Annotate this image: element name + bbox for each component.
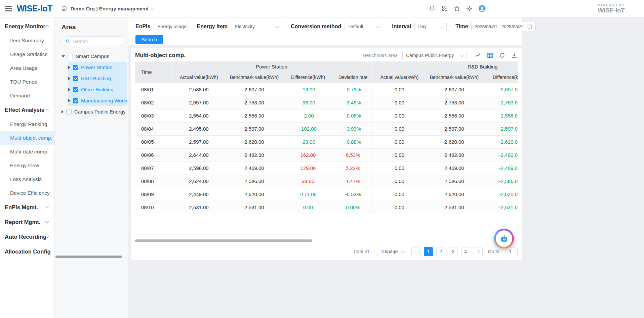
sidebar-item-label: Auto Recording xyxy=(5,234,46,240)
table-hscrollbar[interactable] xyxy=(135,239,312,242)
benchmark-area-select[interactable]: Campus Public Energy xyxy=(402,51,467,60)
page-size-select[interactable]: 10/page xyxy=(377,247,408,256)
apps-icon[interactable] xyxy=(441,5,448,12)
powered-by-text: POWERED BY xyxy=(597,3,625,7)
sidebar-item-label: Demand xyxy=(10,93,30,99)
tree-item-smart-campus[interactable]: Smart Campus xyxy=(62,51,127,62)
cell-value: 0.00 xyxy=(372,175,427,188)
tree-item-power-station[interactable]: Power Station xyxy=(68,62,127,73)
next-page-button[interactable] xyxy=(474,247,483,256)
cell-value: 2,620.00 xyxy=(427,135,482,148)
sidebar-item-label: Area Usage xyxy=(10,65,38,71)
checkbox-unchecked[interactable] xyxy=(68,54,73,59)
sidebar-item-multi-object-comp[interactable]: Multi-object comp. xyxy=(0,131,54,145)
sidebar-item-effect-analysis[interactable]: Effect Analysis xyxy=(0,102,54,117)
caret-right-icon[interactable] xyxy=(62,110,64,113)
bell-icon[interactable] xyxy=(429,5,436,12)
interval-select[interactable]: Day xyxy=(414,22,447,31)
sidebar-item-area-usage[interactable]: Area Usage xyxy=(0,61,54,75)
checkbox-unchecked[interactable] xyxy=(66,109,72,115)
view-actions xyxy=(474,52,518,59)
star-icon[interactable] xyxy=(453,5,461,12)
tree-item-r-d-building[interactable]: R&D Building xyxy=(68,73,127,84)
conversion-select[interactable]: Default xyxy=(345,22,383,31)
cell-value: 1.47% xyxy=(334,175,372,188)
cell-value: 2,531.00 xyxy=(427,201,482,214)
cell-value: 2,597.00 xyxy=(171,135,227,148)
menu-icon[interactable] xyxy=(5,6,12,11)
sidebar-item-energy-monitor[interactable]: Energy Monitor xyxy=(0,19,54,34)
cell-value: 38.00 xyxy=(282,175,334,188)
caret-right-icon[interactable] xyxy=(68,77,70,80)
cell-value: 2,620.00 xyxy=(427,188,482,201)
cell-value: 2,495.00 xyxy=(171,122,227,135)
table-view-icon[interactable] xyxy=(486,52,493,59)
sidebar-item-enpis-mgmt[interactable]: EnPIs Mgmt. xyxy=(0,200,54,215)
sidebar-item-device-efficiency[interactable]: Device Efficiency xyxy=(0,186,54,200)
line-chart-icon[interactable] xyxy=(474,52,481,59)
cell-value: 2,620.00 xyxy=(227,135,282,148)
caret-down-icon[interactable] xyxy=(62,55,65,57)
sidebar-item-energy-ranking[interactable]: Energy Ranking xyxy=(0,117,54,131)
sidebar-item-energy-flow[interactable]: Energy Flow xyxy=(0,158,54,172)
ai-assistant-button[interactable]: AI xyxy=(494,229,514,248)
sidebar-item-tou-period[interactable]: TOU Period xyxy=(0,75,54,89)
sidebar-item-label: Report Mgmt. xyxy=(5,219,40,225)
sidebar-item-allocation-config[interactable]: Allocation Config xyxy=(0,244,54,259)
caret-right-icon[interactable] xyxy=(68,99,70,102)
cell-value: 2,588.00 xyxy=(171,83,227,96)
cell-value: 2,624.00 xyxy=(171,175,227,188)
sidebar-item-auto-recording[interactable]: Auto Recording xyxy=(0,229,54,244)
checkbox-checked[interactable] xyxy=(73,87,78,92)
avatar[interactable] xyxy=(478,5,486,12)
org-switcher[interactable]: Demo Org | Energy management xyxy=(61,5,154,12)
search-button[interactable]: Search xyxy=(135,35,163,44)
cell-value: 2,531.00 xyxy=(171,201,227,214)
sidebar-item-usage-statistics[interactable]: Usage Statistics xyxy=(0,47,54,61)
sidebar-item-multi-date-comp[interactable]: Multi-date comp. xyxy=(0,145,54,158)
gear-icon[interactable] xyxy=(466,5,473,12)
column-header: Actual value(kWh) xyxy=(171,72,227,83)
page-button-4[interactable]: 4 xyxy=(461,247,470,256)
top-header: WISE-IoT Demo Org | Energy management xyxy=(0,0,644,17)
main-content: EnPIs Energy usage Energy item Electrici… xyxy=(128,17,644,318)
tree-item-manufacturing-workshop[interactable]: Manufacturing Workshop xyxy=(68,95,127,106)
sidebar-item-report-mgmt[interactable]: Report Mgmt. xyxy=(0,215,54,229)
tree-item-label: Campus Public Energy xyxy=(74,109,126,115)
sidebar-item-item-summary[interactable]: Item Summary xyxy=(0,34,54,47)
checkbox-checked[interactable] xyxy=(73,98,78,103)
sidebar-item-label: Device Efficiency xyxy=(10,190,50,196)
sidebar-item-loss-analysis[interactable]: Loss Analysis xyxy=(0,172,54,186)
cell-value: -2,531.00 xyxy=(482,201,518,214)
caret-right-icon[interactable] xyxy=(68,66,70,69)
tree-item-campus-public-energy[interactable]: Campus Public Energy xyxy=(62,106,127,117)
sidebar-item-label: Item Summary xyxy=(10,38,44,44)
table-row: 08/012,588.002,607.00-19.00-0.73%0.002,6… xyxy=(135,83,518,96)
page-button-2[interactable]: 2 xyxy=(436,247,445,256)
energy-item-select[interactable]: Electricity xyxy=(231,22,282,31)
refresh-icon[interactable] xyxy=(498,52,506,59)
cell-value: 2,620.00 xyxy=(227,188,282,201)
cell-value: -2,753.00 xyxy=(482,96,518,109)
filter-bar: EnPIs Energy usage Energy item Electrici… xyxy=(128,17,522,45)
cell-value: 0.00 xyxy=(282,201,334,214)
sidebar-item-label: Energy Monitor xyxy=(5,23,45,30)
prev-page-button[interactable] xyxy=(411,247,420,256)
caret-right-icon[interactable] xyxy=(68,88,70,91)
page-button-3[interactable]: 3 xyxy=(449,247,458,256)
area-panel: Area Smart CampusPower StationR&D Buildi… xyxy=(55,17,128,318)
date-range-value: 2025/08/01 - 2025/08/31 xyxy=(475,24,524,29)
enpis-select[interactable]: Energy usage xyxy=(154,22,188,31)
sidebar-item-label: Multi-date comp. xyxy=(10,149,49,155)
page-button-1[interactable]: 1 xyxy=(424,247,433,256)
area-panel-hscrollbar[interactable] xyxy=(55,256,122,258)
date-range-picker[interactable]: 2025/08/01 - 2025/08/31 xyxy=(471,22,536,31)
column-header-time: Time xyxy=(135,61,171,83)
column-header: Benchmark value(kWh) xyxy=(227,72,282,83)
checkbox-checked[interactable] xyxy=(73,76,78,81)
area-search-input[interactable] xyxy=(73,39,117,44)
tree-item-office-building[interactable]: Office Building xyxy=(68,84,127,95)
download-icon[interactable] xyxy=(511,52,518,59)
checkbox-checked[interactable] xyxy=(73,65,78,70)
sidebar-item-demand[interactable]: Demand xyxy=(0,89,54,102)
